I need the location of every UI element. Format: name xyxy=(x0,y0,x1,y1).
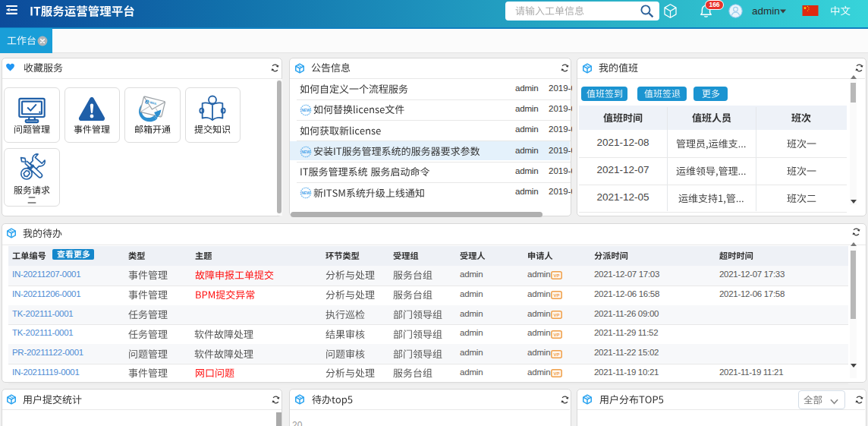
svg-text:VP: VP xyxy=(553,273,559,278)
svg-text:VP: VP xyxy=(553,313,559,317)
svg-text:VP: VP xyxy=(553,352,559,357)
svg-text:VP: VP xyxy=(553,333,559,337)
svg-text:NEW: NEW xyxy=(301,191,310,195)
svg-text:VP: VP xyxy=(553,371,559,376)
svg-text:NEW: NEW xyxy=(301,150,310,154)
svg-text:VP: VP xyxy=(553,293,559,298)
svg-text:NEW: NEW xyxy=(301,108,310,112)
